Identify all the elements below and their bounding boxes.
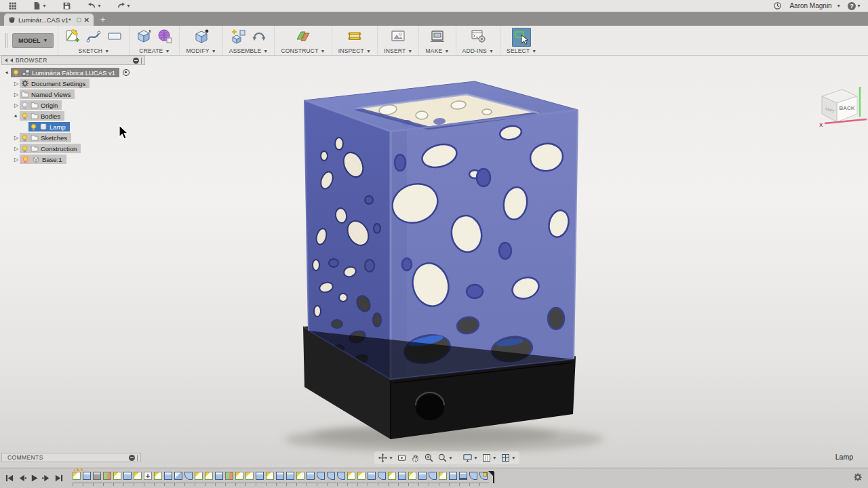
- image-icon[interactable]: [390, 28, 406, 47]
- timeline-feature-fillet[interactable]: [317, 472, 325, 480]
- timeline-feature-extrude[interactable]: [276, 472, 284, 480]
- timeline-feature-extrude[interactable]: [449, 472, 457, 480]
- new-component-icon[interactable]: [230, 28, 246, 47]
- timeline-feature-sketch[interactable]: [296, 472, 304, 480]
- job-status-clock-icon[interactable]: [772, 1, 783, 12]
- visibility-bulb-icon[interactable]: [21, 102, 28, 109]
- tree-caret-icon[interactable]: ▷: [13, 92, 20, 98]
- tree-caret-icon[interactable]: ▷: [13, 102, 20, 108]
- timeline-feature-fillet[interactable]: [429, 472, 437, 480]
- timeline-feature-sketch[interactable]: [235, 472, 243, 480]
- visibility-bulb-icon[interactable]: [12, 69, 20, 77]
- timeline-feature-sketch[interactable]: [388, 472, 396, 480]
- timeline-feature-fillet[interactable]: [327, 472, 335, 480]
- viewcube-face-back[interactable]: BACK: [839, 105, 854, 111]
- orbit-icon[interactable]: ▼: [377, 452, 394, 464]
- browser-item-construction[interactable]: ▷Construction: [1, 144, 145, 153]
- press-pull-icon[interactable]: [193, 28, 210, 47]
- comments-panel[interactable]: COMMENTS: [1, 453, 141, 462]
- timeline-feature-plane[interactable]: [103, 472, 111, 480]
- viewports-icon[interactable]: ▼: [500, 452, 517, 464]
- browser-item-lumin-ria-f-brica-lucas-v1[interactable]: ▸Luminária Fábrica LUCAS v1: [1, 68, 145, 77]
- app-grid-icon[interactable]: [7, 1, 18, 12]
- collapse-panel-icon[interactable]: [5, 58, 7, 62]
- scripts-icon[interactable]: [470, 28, 486, 47]
- timeline-feature-extrude[interactable]: [368, 472, 376, 480]
- visibility-bulb-icon[interactable]: [21, 134, 28, 142]
- tree-caret-icon[interactable]: ▸: [13, 113, 20, 119]
- timeline-feature-sketch[interactable]: [347, 472, 355, 480]
- timeline-feature-extrude[interactable]: [215, 472, 223, 480]
- browser-item-base-1[interactable]: ▷Base:1: [1, 155, 145, 164]
- go-start-button[interactable]: [5, 474, 14, 483]
- timeline-feature-extrude[interactable]: [286, 472, 294, 480]
- browser-item-named-views[interactable]: ▷Named Views: [1, 89, 145, 99]
- model-viewport[interactable]: BROWSER ▸Luminária Fábrica LUCAS v1▷Docu…: [0, 56, 868, 468]
- timeline-feature-extrude[interactable]: [418, 472, 427, 480]
- look-at-icon[interactable]: [396, 452, 408, 464]
- document-tab[interactable]: Luminár...CAS v1* ✕: [4, 14, 94, 26]
- step-back-button[interactable]: [18, 474, 26, 483]
- timeline-feature-extrude[interactable]: [83, 472, 91, 480]
- timeline-feature-fillet[interactable]: [184, 472, 193, 480]
- measure-icon[interactable]: [347, 28, 363, 47]
- fit-icon[interactable]: ▼: [437, 452, 454, 464]
- tree-caret-icon[interactable]: ▷: [13, 135, 20, 141]
- visibility-bulb-icon[interactable]: [21, 156, 30, 163]
- go-end-button[interactable]: [54, 474, 63, 483]
- zoom-icon[interactable]: [423, 452, 435, 464]
- tree-caret-icon[interactable]: ▷: [13, 146, 20, 152]
- step-forward-button[interactable]: [42, 474, 51, 483]
- timeline-feature-extrude[interactable]: [256, 472, 264, 480]
- browser-item-sketches[interactable]: ▷Sketches: [1, 133, 145, 142]
- timeline-feature-fillet[interactable]: [469, 472, 477, 480]
- timeline-feature-hole[interactable]: [459, 472, 467, 480]
- timeline-feature-sketch[interactable]: [154, 472, 162, 480]
- timeline-feature-sketch[interactable]: [134, 472, 142, 480]
- timeline-position-marker[interactable]: [493, 472, 494, 483]
- tree-caret-icon[interactable]: ▷: [13, 157, 20, 163]
- browser-item-document-settings[interactable]: ▷Document Settings: [1, 79, 145, 88]
- timeline-feature-sketch[interactable]: [113, 472, 121, 480]
- timeline-feature-extrude[interactable]: [123, 472, 132, 480]
- comments-collapse-icon[interactable]: [129, 455, 135, 461]
- tab-close-icon[interactable]: ✕: [84, 16, 90, 24]
- browser-item-lamp[interactable]: Lamp: [1, 122, 145, 131]
- timeline-feature-sketch[interactable]: [73, 472, 81, 480]
- plane-icon[interactable]: [295, 28, 311, 47]
- timeline-settings-gear-icon[interactable]: [853, 472, 863, 485]
- timeline-feature-fillet-edit[interactable]: [479, 472, 488, 480]
- pan-icon[interactable]: [410, 452, 421, 464]
- timeline-feature-sketch[interactable]: [205, 472, 213, 480]
- new-tab-button[interactable]: +: [100, 14, 106, 24]
- undo-button[interactable]: ▼: [87, 1, 102, 12]
- timeline-feature-combine[interactable]: [174, 472, 182, 480]
- play-button[interactable]: [30, 474, 39, 483]
- activate-component-icon[interactable]: [123, 69, 130, 76]
- timeline-feature-sketch[interactable]: [357, 472, 366, 480]
- browser-item-origin[interactable]: ▷Origin: [1, 100, 145, 110]
- spline-icon[interactable]: [85, 28, 102, 47]
- tree-caret-icon[interactable]: ▸: [4, 70, 11, 76]
- timeline-feature-fillet[interactable]: [337, 472, 345, 480]
- timeline-feature-move[interactable]: [144, 472, 152, 480]
- rectangle-icon[interactable]: [106, 28, 123, 47]
- timeline-feature-sketch[interactable]: [408, 472, 416, 480]
- timeline-feature-extrude[interactable]: [398, 472, 406, 480]
- timeline-feature-plane[interactable]: [225, 472, 233, 480]
- grid-snaps-icon[interactable]: ▼: [481, 452, 498, 464]
- timeline-feature-sketch[interactable]: [266, 472, 274, 480]
- redo-button[interactable]: ▼: [117, 1, 131, 12]
- visibility-bulb-icon[interactable]: [30, 123, 37, 131]
- timeline-feature-fillet[interactable]: [378, 472, 386, 480]
- tree-caret-icon[interactable]: ▷: [13, 81, 20, 87]
- browser-item-bodies[interactable]: ▸Bodies: [1, 111, 145, 121]
- file-menu-button[interactable]: ▼: [33, 1, 47, 12]
- visibility-bulb-icon[interactable]: [21, 145, 28, 152]
- timeline-feature-sketch[interactable]: [195, 472, 203, 480]
- collapse-all-icon[interactable]: [133, 58, 139, 64]
- create-sketch-icon[interactable]: [64, 28, 81, 47]
- timeline-feature-extrude[interactable]: [164, 472, 172, 480]
- user-menu[interactable]: Aaron Magnin ▼: [789, 1, 841, 12]
- box-icon[interactable]: [136, 28, 152, 47]
